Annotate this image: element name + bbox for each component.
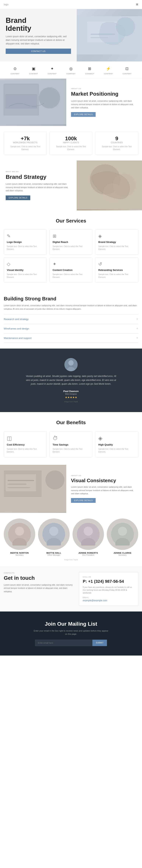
mailing-email-input[interactable]	[35, 640, 92, 646]
mailing-submit-button[interactable]: SUBMIT	[92, 640, 107, 646]
icon-item-0[interactable]: ⊙ CONTENT	[10, 65, 20, 75]
about-title: Market Positioning	[71, 91, 137, 97]
testimonial-stars: ★★★★★	[6, 396, 136, 399]
team-grid: BERTIE NORTON Secretary MATTIE BALL Offi…	[4, 519, 138, 556]
accordion-label-0: Research and strategy	[4, 318, 29, 320]
hero-image	[77, 9, 142, 61]
contact-description: Lorem ipsum dolor sit amet, consectetur …	[4, 583, 75, 593]
team-role-0: Secretary	[4, 554, 35, 556]
service-icon-2: ◈	[98, 234, 135, 239]
contact-section: CONTACTS Get in touch Lorem ipsum dolor …	[0, 566, 142, 612]
service-desc-5: Sample text. Click to select the Text El…	[98, 273, 135, 279]
svg-point-27	[49, 527, 58, 536]
team-name-2: JENNIE ROBERTS	[73, 552, 104, 554]
team-card-3: JENNIE CLARKE Secretary	[107, 519, 138, 556]
service-card-0: ✎ Logo Design Sample text. Click to sele…	[4, 229, 47, 255]
icons-row: ⊙ CONTENT ▣ CONTENT ✦ CONTENT ◎ COMPANY …	[0, 61, 142, 79]
about-description: Lorem ipsum dolor sit amet, consectetur …	[71, 99, 137, 110]
stat-label-1: Happy clients	[53, 142, 90, 144]
visual-right: ABOUT US Visual Consistency Lorem ipsum …	[66, 465, 142, 513]
service-icon-5: ↺	[98, 261, 135, 267]
service-title-5: Rebranding Services	[98, 269, 135, 272]
svg-rect-22	[7, 487, 30, 488]
icon-item-4[interactable]: ⊞ CONNECT	[85, 65, 94, 75]
svg-point-7	[39, 87, 60, 108]
accordion-item-0[interactable]: Research and strategy +	[4, 314, 138, 324]
service-desc-1: Sample text. Click to select the Text El…	[53, 245, 90, 251]
testimonial-author-role: Web Designer	[6, 393, 136, 395]
team-photo-3	[107, 519, 138, 550]
icon-item-6[interactable]: ⊡ CONTENT	[122, 65, 132, 75]
brand-left: WHAT WE DO Brand Strategy Lorem ipsum do…	[0, 160, 77, 210]
building-title: Building Strong Brand	[4, 296, 138, 302]
benefit-icon-1: ⏱	[53, 435, 90, 441]
hero-description: Lorem ipsum dolor sit amet, consectetur …	[6, 35, 71, 46]
service-icon-4: ✦	[53, 261, 90, 267]
team-card-2: JENNIE ROBERTS Vice President	[73, 519, 104, 556]
service-desc-2: Sample text. Click to select the Text El…	[98, 245, 135, 251]
menu-icon[interactable]: ≡	[136, 2, 138, 7]
contact-email[interactable]: example@example.com	[83, 599, 134, 602]
benefit-icon-0: ◫	[7, 435, 44, 441]
icon-label-3: COMPANY	[66, 73, 75, 75]
mailing-description: Enter your email in the box right to rec…	[33, 629, 109, 636]
icon-item-5[interactable]: ⚡ CONTENT	[104, 65, 113, 75]
about-explore-button[interactable]: EXPLORE DETAILS	[71, 112, 95, 117]
icon-2: ✦	[49, 65, 56, 72]
services-title: Our Services	[4, 218, 138, 224]
hero-title: Brand Identity	[6, 17, 71, 32]
accordion-item-1[interactable]: Wireframes and design +	[4, 324, 138, 333]
icon-item-3[interactable]: ◎ COMPANY	[66, 65, 75, 75]
hero-left: Brand Identity Lorem ipsum dolor sit ame…	[0, 9, 77, 61]
icon-label-5: CONTENT	[104, 73, 113, 75]
stat-label-0: Worldwide projects	[7, 142, 44, 144]
contact-box: CALL US P: +1 (324) 987-56-54 If you hav…	[79, 572, 138, 606]
accordion-item-2[interactable]: Maintenance and support +	[4, 333, 138, 343]
testimonial-img-source: Image from Toptal	[6, 401, 136, 403]
stat-label-2: Countries	[98, 142, 135, 144]
team-name-1: MATTIE BALL	[38, 552, 69, 554]
benefit-card-2: ◈ High Quality Sample text. Click to sel…	[95, 431, 138, 457]
team-photo-0	[4, 519, 35, 550]
mailing-form: SUBMIT	[35, 640, 107, 646]
testimonial-author-name: Paul Dawson	[6, 390, 136, 393]
service-desc-4: Sample text. Click to select the Text El…	[53, 273, 90, 279]
contact-phone: P: +1 (324) 987-56-54	[83, 579, 134, 584]
team-role-3: Secretary	[107, 554, 138, 556]
brand-image	[77, 160, 142, 210]
accordion-label-1: Wireframes and design	[4, 327, 29, 330]
stat-card-2: 9 Countries Sample text. Click to select…	[95, 131, 138, 155]
team-card-1: MATTIE BALL Office Manager	[38, 519, 69, 556]
brand-tag: WHAT WE DO	[6, 171, 71, 173]
stat-card-0: +7k Worldwide projects Sample text. Clic…	[4, 131, 47, 155]
icon-label-0: CONTENT	[10, 73, 20, 75]
visual-description: Lorem ipsum dolor sit amet, consectetur …	[71, 486, 137, 495]
icon-item-2[interactable]: ✦ CONTENT	[48, 65, 57, 75]
team-section: BERTIE NORTON Secretary MATTIE BALL Offi…	[0, 513, 142, 566]
benefit-desc-2: Sample text. Click to select the Text El…	[98, 447, 135, 453]
visual-image	[0, 465, 66, 513]
team-role-2: Vice President	[73, 554, 104, 556]
benefit-title-1: Time Savings	[53, 443, 90, 446]
svg-point-24	[15, 527, 24, 536]
icon-item-1[interactable]: ▣ CONTENT	[29, 65, 38, 75]
brand-explore-button[interactable]: EXPLORE DETAILS	[6, 195, 30, 200]
accordion-open-icon-2: +	[136, 336, 138, 340]
stat-desc-1: Sample text. Click to select the Text El…	[53, 145, 90, 151]
service-title-1: Digital Reach	[53, 241, 90, 244]
stat-desc-2: Sample text. Click to select the Text El…	[98, 145, 135, 151]
hero-contact-button[interactable]: CONTACT US	[6, 49, 71, 54]
svg-rect-18	[6, 474, 36, 491]
about-section: ABOUT US Market Positioning Lorem ipsum …	[0, 79, 142, 126]
team-img-source: Image from Toptal	[4, 557, 138, 561]
benefit-icon-2: ◈	[98, 435, 135, 441]
accordion-open-icon-1: +	[136, 327, 138, 331]
svg-point-19	[46, 470, 64, 489]
icon-label-4: CONNECT	[85, 73, 94, 75]
testimonial-section: Veniam pudding sit amet. Strudel jujubes…	[0, 348, 142, 412]
service-title-0: Logo Design	[7, 241, 44, 244]
contact-right: CALL US P: +1 (324) 987-56-54 If you hav…	[79, 572, 138, 606]
accordion-close-icon-0: +	[136, 317, 138, 321]
visual-explore-button[interactable]: EXPLORE DETAILS	[71, 498, 95, 503]
team-role-1: Office Manager	[38, 554, 69, 556]
